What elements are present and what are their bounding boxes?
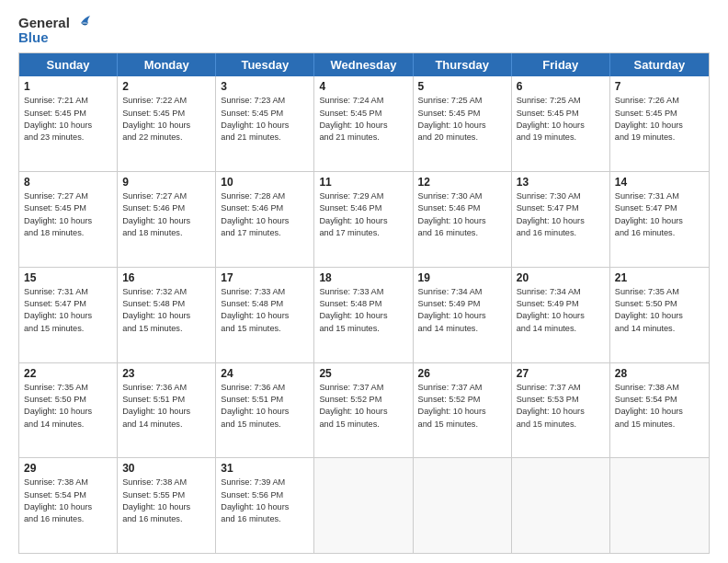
day-info: Sunset: 5:48 PM — [122, 298, 210, 310]
day-number: 19 — [418, 271, 506, 284]
header: General Blue — [18, 15, 710, 45]
day-number: 26 — [418, 367, 506, 380]
day-number: 4 — [319, 80, 407, 93]
day-info: and 16 minutes. — [517, 227, 605, 239]
cell-4-2: 31Sunrise: 7:39 AMSunset: 5:56 PMDayligh… — [216, 458, 314, 553]
day-info: Sunrise: 7:31 AM — [615, 190, 704, 202]
cell-3-2: 24Sunrise: 7:36 AMSunset: 5:51 PMDayligh… — [216, 363, 314, 458]
day-info: Daylight: 10 hours — [24, 406, 112, 418]
page: General Blue Sunday Monday Tuesday Wedne… — [0, 0, 728, 563]
week-row-3: 15Sunrise: 7:31 AMSunset: 5:47 PMDayligh… — [19, 267, 709, 362]
day-info: Sunrise: 7:22 AM — [122, 95, 210, 107]
header-monday: Monday — [118, 53, 216, 76]
day-info: Sunrise: 7:37 AM — [319, 382, 407, 394]
cell-4-1: 30Sunrise: 7:38 AMSunset: 5:55 PMDayligh… — [118, 458, 216, 553]
day-number: 5 — [418, 80, 506, 93]
day-info: Daylight: 10 hours — [517, 406, 605, 418]
cell-0-5: 6Sunrise: 7:25 AMSunset: 5:45 PMDaylight… — [512, 76, 610, 171]
week-row-2: 8Sunrise: 7:27 AMSunset: 5:45 PMDaylight… — [19, 171, 709, 267]
day-info: Sunrise: 7:23 AM — [221, 95, 309, 107]
day-number: 16 — [122, 271, 210, 284]
day-number: 9 — [122, 176, 210, 189]
day-info: and 17 minutes. — [319, 227, 407, 239]
day-number: 7 — [615, 80, 704, 93]
day-info: Sunset: 5:47 PM — [517, 202, 605, 214]
day-number: 21 — [615, 271, 704, 284]
day-info: Daylight: 10 hours — [24, 215, 112, 227]
day-info: Daylight: 10 hours — [221, 310, 309, 322]
day-info: Sunrise: 7:27 AM — [122, 190, 210, 202]
day-info: Sunset: 5:46 PM — [221, 202, 309, 214]
day-info: Sunrise: 7:38 AM — [24, 477, 112, 488]
day-number: 1 — [24, 80, 112, 93]
day-info: Sunrise: 7:25 AM — [418, 95, 506, 107]
day-info: Sunset: 5:50 PM — [615, 298, 704, 310]
day-info: and 15 minutes. — [517, 419, 605, 431]
day-info: Sunset: 5:55 PM — [122, 489, 210, 501]
calendar-body: 1Sunrise: 7:21 AMSunset: 5:45 PMDaylight… — [19, 76, 709, 553]
day-number: 28 — [615, 367, 704, 380]
cell-1-1: 9Sunrise: 7:27 AMSunset: 5:46 PMDaylight… — [118, 172, 216, 267]
cell-0-1: 2Sunrise: 7:22 AMSunset: 5:45 PMDaylight… — [118, 76, 216, 171]
week-row-5: 29Sunrise: 7:38 AMSunset: 5:54 PMDayligh… — [19, 457, 709, 553]
cell-3-5: 27Sunrise: 7:37 AMSunset: 5:53 PMDayligh… — [512, 363, 610, 458]
header-tuesday: Tuesday — [216, 53, 314, 76]
day-info: Sunset: 5:45 PM — [24, 202, 112, 214]
day-info: Sunrise: 7:35 AM — [615, 286, 704, 298]
day-number: 20 — [517, 271, 605, 284]
cell-1-0: 8Sunrise: 7:27 AMSunset: 5:45 PMDaylight… — [19, 172, 118, 267]
day-info: Sunrise: 7:21 AM — [24, 95, 112, 107]
day-info: Sunrise: 7:33 AM — [221, 286, 309, 298]
day-info: Sunset: 5:51 PM — [221, 394, 309, 406]
day-info: and 15 minutes. — [122, 323, 210, 335]
day-info: Sunrise: 7:39 AM — [221, 477, 309, 488]
day-info: and 15 minutes. — [221, 419, 309, 431]
cell-1-2: 10Sunrise: 7:28 AMSunset: 5:46 PMDayligh… — [216, 172, 314, 267]
day-number: 24 — [221, 367, 309, 380]
day-number: 3 — [221, 80, 309, 93]
cell-4-3 — [314, 458, 413, 553]
cell-3-3: 25Sunrise: 7:37 AMSunset: 5:52 PMDayligh… — [314, 363, 413, 458]
cell-4-0: 29Sunrise: 7:38 AMSunset: 5:54 PMDayligh… — [19, 458, 118, 553]
cell-4-4 — [414, 458, 512, 553]
calendar: Sunday Monday Tuesday Wednesday Thursday… — [18, 52, 710, 554]
day-info: Daylight: 10 hours — [24, 501, 112, 513]
day-info: Daylight: 10 hours — [319, 406, 407, 418]
day-info: Daylight: 10 hours — [418, 120, 506, 132]
day-info: Daylight: 10 hours — [615, 406, 704, 418]
day-info: Daylight: 10 hours — [24, 310, 112, 322]
day-info: Sunset: 5:46 PM — [122, 202, 210, 214]
day-info: Sunrise: 7:38 AM — [615, 382, 704, 394]
cell-2-3: 18Sunrise: 7:33 AMSunset: 5:48 PMDayligh… — [314, 268, 413, 362]
day-info: Daylight: 10 hours — [122, 215, 210, 227]
day-info: and 21 minutes. — [319, 132, 407, 144]
day-info: Sunset: 5:56 PM — [221, 489, 309, 501]
day-info: Sunset: 5:47 PM — [615, 202, 704, 214]
day-info: Sunset: 5:52 PM — [319, 394, 407, 406]
cell-0-2: 3Sunrise: 7:23 AMSunset: 5:45 PMDaylight… — [216, 76, 314, 171]
day-info: Daylight: 10 hours — [319, 120, 407, 132]
day-info: Daylight: 10 hours — [122, 310, 210, 322]
cell-3-0: 22Sunrise: 7:35 AMSunset: 5:50 PMDayligh… — [19, 363, 118, 458]
header-wednesday: Wednesday — [314, 53, 413, 76]
day-number: 29 — [24, 462, 112, 475]
header-friday: Friday — [512, 53, 610, 76]
day-info: Daylight: 10 hours — [418, 406, 506, 418]
cell-4-6 — [610, 458, 709, 553]
day-info: Sunset: 5:53 PM — [517, 394, 605, 406]
day-info: and 14 minutes. — [517, 323, 605, 335]
day-info: Sunset: 5:45 PM — [319, 108, 407, 120]
day-info: Sunset: 5:50 PM — [24, 394, 112, 406]
day-info: and 14 minutes. — [122, 419, 210, 431]
day-info: and 17 minutes. — [221, 227, 309, 239]
day-info: Sunrise: 7:33 AM — [319, 286, 407, 298]
day-info: Sunrise: 7:27 AM — [24, 190, 112, 202]
day-info: Daylight: 10 hours — [319, 310, 407, 322]
day-info: and 20 minutes. — [418, 132, 506, 144]
day-info: Sunset: 5:52 PM — [418, 394, 506, 406]
day-info: Daylight: 10 hours — [615, 120, 704, 132]
cell-2-1: 16Sunrise: 7:32 AMSunset: 5:48 PMDayligh… — [118, 268, 216, 362]
cell-1-3: 11Sunrise: 7:29 AMSunset: 5:46 PMDayligh… — [314, 172, 413, 267]
logo-blue: Blue — [18, 29, 49, 45]
day-number: 25 — [319, 367, 407, 380]
